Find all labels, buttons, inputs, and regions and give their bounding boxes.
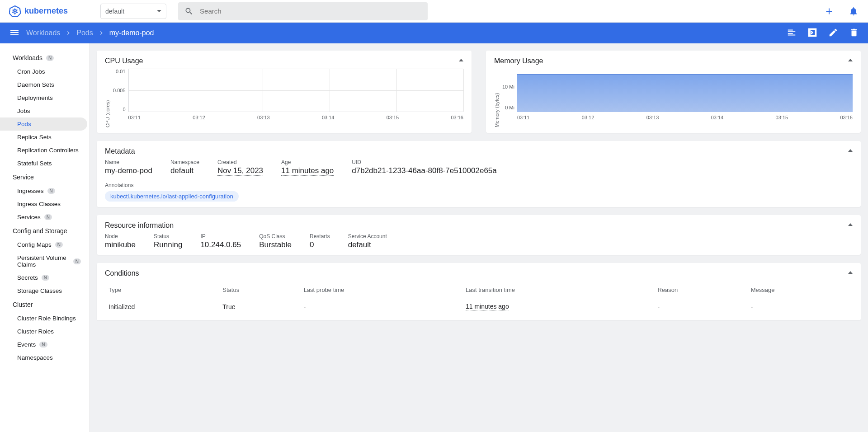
sidebar-item-label: Stateful Sets [17, 160, 52, 167]
sidebar-item-storage-classes[interactable]: Storage Classes [0, 284, 89, 297]
edit-button[interactable] [828, 28, 838, 39]
ri-status-label: Status [154, 233, 182, 239]
namespace-badge: N [73, 258, 81, 264]
axis-tick: 0.01 [116, 69, 125, 74]
memory-card-title: Memory Usage [494, 57, 543, 65]
md-ns-label: Namespace [170, 159, 199, 165]
sidebar-item-services[interactable]: ServicesN [0, 211, 89, 224]
sidebar-item-label: Persistent Volume Claims [17, 254, 70, 268]
sidebar-item-label: Events [17, 341, 36, 348]
resource-info-title: Resource information [105, 221, 174, 230]
chevron-right-icon [65, 29, 72, 37]
sidebar-section-title[interactable]: WorkloadsN [0, 51, 89, 65]
ri-restarts-label: Restarts [310, 233, 330, 239]
app-name: kubernetes [24, 6, 68, 16]
search-input[interactable] [200, 7, 421, 15]
sidebar-item-label: Replication Controllers [17, 147, 79, 154]
ri-node-value[interactable]: minikube [105, 240, 136, 249]
namespace-badge: N [55, 242, 63, 248]
memory-ylabel: Memory (bytes) [494, 69, 500, 127]
search-icon [184, 7, 193, 16]
sidebar-item-stateful-sets[interactable]: Stateful Sets [0, 157, 89, 170]
sidebar-section-title[interactable]: Service [0, 170, 89, 184]
sidebar-item-daemon-sets[interactable]: Daemon Sets [0, 78, 89, 91]
cond-reason: - [654, 298, 747, 315]
sidebar-item-label: Config Maps [17, 241, 52, 248]
cond-type: Initialized [105, 298, 219, 315]
cond-status: True [219, 298, 300, 315]
axis-tick: 03:14 [711, 115, 724, 120]
ri-sa-value[interactable]: default [348, 240, 387, 249]
sidebar-item-deployments[interactable]: Deployments [0, 91, 89, 104]
kubernetes-logo-icon [9, 5, 21, 17]
conditions-title: Conditions [105, 269, 139, 277]
create-button[interactable] [824, 6, 835, 17]
ri-ip-value: 10.244.0.65 [200, 240, 241, 249]
cond-lpt: - [300, 298, 462, 315]
sidebar: WorkloadsNCron JobsDaemon SetsDeployment… [0, 43, 90, 432]
breadcrumb-pods[interactable]: Pods [76, 29, 93, 37]
menu-toggle[interactable] [9, 27, 20, 39]
sidebar-item-cron-jobs[interactable]: Cron Jobs [0, 65, 89, 78]
sidebar-item-label: Storage Classes [17, 287, 62, 294]
sidebar-item-label: Services [17, 214, 41, 221]
sidebar-item-cluster-roles[interactable]: Cluster Roles [0, 325, 89, 338]
axis-tick: 10 Mi [502, 84, 514, 89]
sidebar-item-config-maps[interactable]: Config MapsN [0, 238, 89, 251]
sidebar-section-title[interactable]: Cluster [0, 297, 89, 312]
axis-tick: 03:13 [646, 115, 659, 120]
sidebar-item-secrets[interactable]: SecretsN [0, 271, 89, 284]
sidebar-item-jobs[interactable]: Jobs [0, 104, 89, 117]
md-name-label: Name [105, 159, 152, 165]
sidebar-item-label: Secrets [17, 274, 38, 281]
collapse-icon[interactable] [459, 59, 463, 61]
sidebar-item-namespaces[interactable]: Namespaces [0, 351, 89, 364]
search-box[interactable] [178, 2, 428, 20]
cpu-ylabel: CPU (cores) [105, 69, 110, 127]
logs-button[interactable] [787, 28, 797, 39]
sidebar-item-events[interactable]: EventsN [0, 338, 89, 351]
chevron-right-icon [98, 29, 105, 37]
sidebar-item-ingresses[interactable]: IngressesN [0, 184, 89, 197]
namespace-select[interactable]: default [100, 4, 166, 19]
collapse-icon[interactable] [848, 271, 853, 274]
cpu-chart [128, 69, 463, 112]
md-created-label: Created [217, 159, 263, 165]
axis-tick: 03:15 [776, 115, 788, 120]
cond-th-status: Status [219, 282, 300, 298]
ri-ip-label: IP [200, 233, 241, 239]
sidebar-item-replication-controllers[interactable]: Replication Controllers [0, 144, 89, 157]
namespace-badge: N [44, 214, 52, 220]
sidebar-item-cluster-role-bindings[interactable]: Cluster Role Bindings [0, 312, 89, 325]
sidebar-item-persistent-volume-claims[interactable]: Persistent Volume ClaimsN [0, 251, 89, 271]
collapse-icon[interactable] [848, 59, 853, 61]
sidebar-section-title[interactable]: Config and Storage [0, 224, 89, 238]
collapse-icon[interactable] [848, 223, 853, 226]
collapse-icon[interactable] [848, 149, 853, 152]
delete-button[interactable] [849, 28, 859, 39]
ri-node-label: Node [105, 233, 136, 239]
namespace-badge: N [42, 275, 49, 281]
sidebar-item-replica-sets[interactable]: Replica Sets [0, 131, 89, 144]
cpu-usage-card: CPU Usage CPU (cores) 0.010.0050 03:1103… [97, 51, 472, 133]
ri-sa-label: Service Account [348, 233, 387, 239]
sidebar-item-label: Cron Jobs [17, 68, 45, 75]
annotation-chip[interactable]: kubectl.kubernetes.io/last-applied-confi… [105, 191, 239, 202]
sidebar-item-label: Replica Sets [17, 134, 52, 141]
memory-chart [517, 69, 853, 112]
logo[interactable]: kubernetes [9, 5, 68, 17]
exec-button[interactable] [807, 28, 817, 39]
sidebar-item-label: Namespaces [17, 354, 53, 361]
sidebar-item-label: Cluster Roles [17, 328, 54, 335]
breadcrumb: Workloads Pods my-demo-pod [26, 29, 154, 37]
notifications-button[interactable] [848, 6, 859, 17]
sidebar-item-label: Jobs [17, 108, 30, 114]
cond-th-reason: Reason [654, 282, 747, 298]
axis-tick: 0 Mi [505, 105, 514, 110]
md-name-value: my-demo-pod [105, 166, 152, 175]
sidebar-item-ingress-classes[interactable]: Ingress Classes [0, 197, 89, 211]
sidebar-item-pods[interactable]: Pods [0, 117, 87, 131]
axis-tick: 03:11 [128, 115, 141, 120]
breadcrumb-workloads[interactable]: Workloads [26, 29, 60, 37]
ri-qos-label: QoS Class [259, 233, 292, 239]
